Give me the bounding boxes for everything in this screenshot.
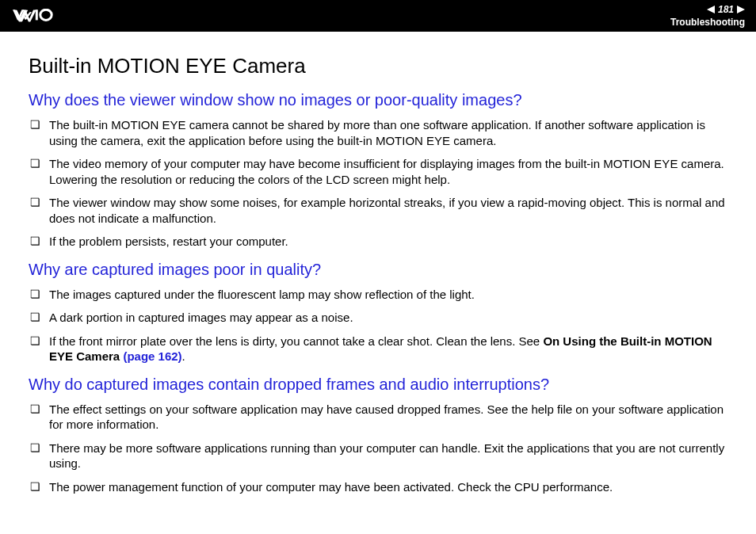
list-item: There may be more software applications … [29,441,727,471]
list-item: A dark portion in captured images may ap… [29,310,727,326]
list-item: If the problem persists, restart your co… [29,234,727,250]
bullet-list: The effect settings on your software app… [29,402,727,495]
list-item: If the front mirror plate over the lens … [29,334,727,364]
list-item: The viewer window may show some noises, … [29,195,727,226]
text: . [182,349,185,363]
section-heading: Why do captured images contain dropped f… [29,376,727,394]
page-number: 181 [718,4,734,15]
page-content: Built-in MOTION EYE Camera Why does the … [0,32,756,518]
page-link[interactable]: (page 162) [120,349,181,363]
section-label: Troubleshooting [670,17,745,28]
next-page-icon[interactable] [737,6,745,13]
section-heading: Why does the viewer window show no image… [29,91,727,109]
list-item: The effect settings on your software app… [29,402,727,433]
list-item: The video memory of your computer may ha… [29,156,727,187]
text: If the front mirror plate over the lens … [49,334,543,348]
section-heading: Why are captured images poor in quality? [29,261,727,279]
page-title: Built-in MOTION EYE Camera [29,54,727,78]
list-item: The images captured under the fluorescen… [29,287,727,303]
bullet-list: The images captured under the fluorescen… [29,287,727,364]
header-right: 181 Troubleshooting [670,4,745,28]
bullet-list: The built-in MOTION EYE camera cannot be… [29,117,727,250]
list-item: The power management function of your co… [29,479,727,495]
svg-text:✓: ✓ [22,9,33,23]
prev-page-icon[interactable] [707,6,715,13]
list-item: The built-in MOTION EYE camera cannot be… [29,117,727,148]
header-bar: VAIO ✓ [0,0,756,32]
page-nav: 181 [707,4,745,15]
vaio-logo: VAIO ✓ [11,9,90,23]
